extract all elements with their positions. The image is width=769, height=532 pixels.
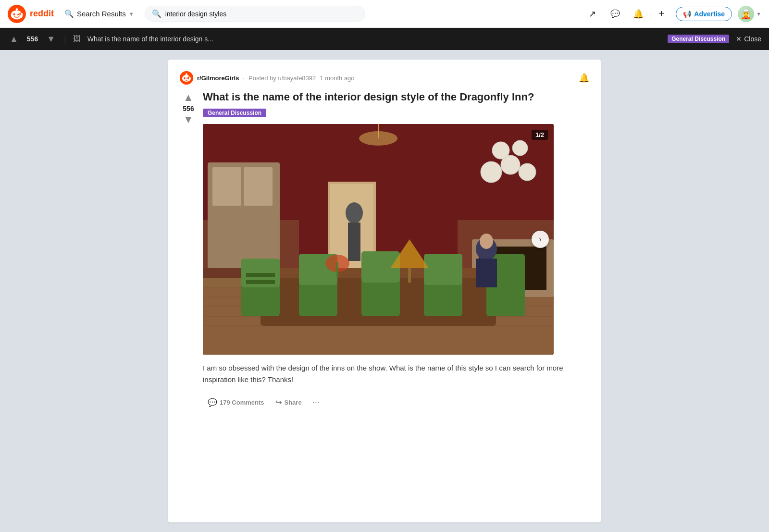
divider: |: [64, 34, 66, 44]
svg-point-4: [21, 9, 25, 13]
image-next-button[interactable]: ›: [532, 231, 549, 248]
reddit-wordmark: reddit: [30, 9, 54, 19]
posted-by: Posted by u/bayafe8392: [248, 74, 316, 82]
close-label: Close: [744, 35, 761, 43]
post-title-bar: What is the name of the interior design …: [87, 35, 661, 43]
bell-icon: 🔔: [579, 73, 589, 83]
svg-rect-45: [246, 280, 275, 284]
post-body: What is the name of the interior design …: [203, 90, 589, 410]
comments-icon: 💬: [208, 398, 217, 407]
svg-point-6: [13, 13, 14, 14]
more-options-button[interactable]: ···: [309, 396, 323, 409]
share-icon: ↪: [275, 398, 282, 407]
search-bar: 🔍: [145, 6, 366, 22]
more-icon: ···: [312, 397, 320, 407]
image-counter: 1/2: [532, 130, 548, 140]
search-icon: 🔍: [64, 9, 74, 18]
advertise-label: Advertise: [694, 10, 725, 18]
svg-point-33: [481, 161, 502, 183]
top-nav: reddit 🔍 Search Results ▼ 🔍 ↗ 💬 🔔 + 📢 Ad…: [0, 0, 769, 28]
svg-point-14: [189, 74, 192, 77]
avatar: 🧝: [738, 6, 754, 22]
link-out-icon: ↗: [589, 9, 596, 19]
svg-point-36: [492, 142, 509, 159]
vote-count: 556: [183, 105, 194, 112]
svg-point-37: [512, 140, 528, 156]
secondary-bar: ▲ 556 ▼ | 🖼 What is the name of the inte…: [0, 28, 769, 50]
svg-rect-31: [212, 167, 241, 206]
svg-rect-56: [476, 259, 497, 287]
close-icon: ✕: [736, 35, 742, 43]
interior-scene-svg: [203, 124, 554, 355]
add-button[interactable]: +: [653, 5, 670, 23]
svg-rect-54: [348, 223, 360, 261]
svg-point-12: [184, 77, 186, 79]
snoo-icon: [8, 5, 26, 23]
svg-point-35: [519, 163, 536, 181]
post-meta: r/GilmoreGirls · Posted by u/bayafe8392 …: [180, 71, 589, 85]
notification-icon: 🔔: [633, 9, 644, 19]
post-card: r/GilmoreGirls · Posted by u/bayafe8392 …: [168, 60, 601, 522]
user-chevron-icon: ▼: [756, 11, 761, 17]
search-input[interactable]: [165, 10, 359, 18]
notification-button[interactable]: 🔔: [630, 5, 647, 23]
flair-badge-bar: General Discussion: [668, 35, 729, 43]
post-time: 1 month ago: [320, 74, 354, 82]
vote-down-bar-button[interactable]: ▼: [45, 32, 57, 46]
chat-icon: 💬: [610, 9, 620, 18]
svg-rect-44: [246, 273, 275, 277]
post-image-container: 1/2 ›: [203, 124, 554, 355]
plus-icon: +: [658, 8, 664, 19]
reddit-logo[interactable]: reddit: [8, 5, 54, 23]
post-flair-badge[interactable]: General Discussion: [203, 109, 266, 117]
post-layout: ▲ 556 ▼ What is the name of the interior…: [180, 90, 589, 410]
chevron-down-icon: ▼: [129, 11, 134, 17]
svg-point-15: [186, 74, 187, 75]
comments-button[interactable]: 💬 179 Comments: [203, 395, 269, 410]
vote-up-bar-button[interactable]: ▲: [8, 32, 20, 46]
post-title: What is the name of the interior design …: [203, 90, 589, 104]
svg-point-8: [16, 8, 18, 11]
comments-label: 179 Comments: [220, 399, 264, 406]
share-button[interactable]: ↪ Share: [271, 395, 306, 410]
advertise-button[interactable]: 📢 Advertise: [676, 7, 732, 21]
svg-point-53: [346, 202, 363, 223]
subreddit-icon: [180, 71, 193, 85]
svg-rect-51: [424, 254, 462, 285]
close-button[interactable]: ✕ Close: [736, 35, 761, 43]
main-content: r/GilmoreGirls · Posted by u/bayafe8392 …: [0, 50, 769, 532]
vote-count-bar: 556: [27, 35, 38, 43]
chevron-right-icon: ›: [539, 235, 541, 244]
down-arrow-icon: ▼: [47, 34, 55, 44]
svg-rect-59: [408, 268, 411, 283]
user-menu-button[interactable]: 🧝 ▼: [738, 6, 761, 22]
post-image-icon: 🖼: [73, 35, 81, 43]
megaphone-icon: 📢: [683, 10, 691, 18]
search-bar-icon: 🔍: [152, 9, 161, 18]
meta-separator: ·: [243, 74, 245, 82]
upvote-button[interactable]: ▲: [183, 92, 194, 103]
author-link[interactable]: u/bayafe8392: [278, 74, 316, 82]
post-body-text: I am so obsessed with the design of the …: [203, 362, 589, 385]
share-label: Share: [284, 399, 301, 406]
svg-rect-32: [244, 167, 273, 206]
post-actions: 💬 179 Comments ↪ Share ···: [203, 395, 589, 410]
post-notification-button[interactable]: 🔔: [579, 73, 589, 83]
subreddit-link[interactable]: r/GilmoreGirls: [197, 74, 239, 82]
vote-column: ▲ 556 ▼: [180, 90, 197, 410]
up-arrow-icon: ▲: [10, 34, 18, 44]
link-out-button[interactable]: ↗: [583, 5, 601, 23]
search-dropdown-button[interactable]: 🔍 Search Results ▼: [60, 6, 139, 21]
downvote-button[interactable]: ▼: [183, 114, 194, 125]
svg-point-7: [19, 13, 20, 14]
subreddit-avatar: [180, 71, 193, 85]
svg-rect-61: [336, 262, 338, 277]
search-dropdown-label: Search Results: [77, 10, 126, 18]
post-image[interactable]: [203, 124, 554, 355]
chat-button[interactable]: 💬: [607, 5, 624, 23]
svg-point-57: [480, 234, 493, 249]
